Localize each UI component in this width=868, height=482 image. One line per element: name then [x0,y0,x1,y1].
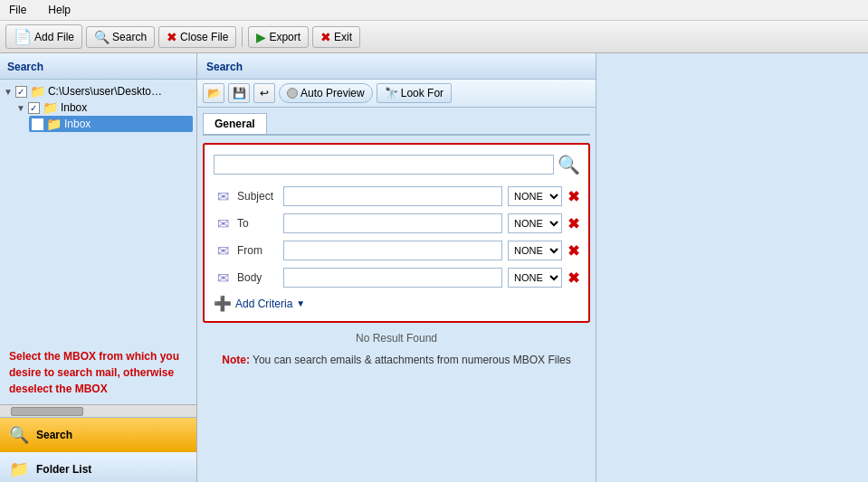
root-folder-icon: 📁 [30,84,45,99]
tree-inbox-parent-node[interactable]: ▼ ✓ 📁 Inbox [16,99,193,116]
inbox-child-folder-icon: 📁 [46,117,62,131]
toolbar: 📄 Add File 🔍 Search ✖ Close File ▶ Expor… [0,21,868,53]
from-icon: ✉ [214,241,232,260]
nav-search-icon: 🔍 [9,425,29,445]
subject-select[interactable]: NONE AND OR NOT [508,186,562,206]
left-panel-header: Search [0,53,196,80]
export-button[interactable]: ▶ Export [248,26,309,48]
tree-level-2: ✓ 📁 Inbox [16,116,193,132]
nav-folder-list-button[interactable]: 📁 Folder List [0,452,196,482]
nav-search-label: Search [36,429,72,441]
note-label: Note: [222,354,250,366]
subject-icon: ✉ [214,187,232,205]
export-icon: ▶ [256,30,266,44]
body-input[interactable] [283,268,502,288]
add-file-button[interactable]: 📄 Add File [5,24,82,49]
inbox-collapse-icon: ▼ [16,103,25,113]
from-delete-icon[interactable]: ✖ [568,242,579,260]
note-container: Note: You can search emails & attachment… [212,352,581,369]
tab-bar: General [203,113,590,136]
note-text: You can search emails & attachments from… [253,354,571,366]
search-panel: Search 📂 💾 ↩ Auto Preview 🔭 [197,53,596,482]
to-delete-icon[interactable]: ✖ [568,215,579,232]
save-button[interactable]: 💾 [228,83,250,103]
main-layout: Search ▼ ✓ 📁 C:\Users\user\Desktop\MB ▼ … [0,53,868,482]
search-panel-header: Search [197,53,596,80]
no-result-text: No Result Found [212,332,581,345]
search-fields-container: 🔍 ✉ Subject NONE AND OR NOT [203,143,590,323]
nav-folder-label: Folder List [36,463,91,476]
select-mbox-message: Select the MBOX from which you desire to… [0,341,196,404]
bottom-nav: 🔍 Search 📁 Folder List [0,417,196,482]
preview-panel [596,53,868,482]
close-file-label: Close File [180,31,228,43]
add-criteria-icon: ➕ [214,295,232,312]
h-scrollbar-thumb[interactable] [11,407,83,416]
menubar: File Help [0,0,868,21]
binoculars-icon: 🔭 [385,87,398,99]
menu-file[interactable]: File [4,2,32,18]
exit-label: Exit [334,31,352,43]
add-criteria-label: Add Criteria [235,298,292,310]
auto-preview-label: Auto Preview [300,87,365,99]
search-toolbar: 📂 💾 ↩ Auto Preview 🔭 Look For [197,80,596,108]
open-button[interactable]: 📂 [203,83,224,103]
add-file-label: Add File [34,31,74,43]
h-scrollbar[interactable] [0,404,196,417]
close-file-button[interactable]: ✖ Close File [158,26,236,48]
body-delete-icon[interactable]: ✖ [568,269,579,287]
search-icon: 🔍 [94,30,110,44]
add-criteria-button[interactable]: ➕ Add Criteria ▼ [214,295,579,312]
clear-button[interactable]: ↩ [253,83,275,103]
search-button[interactable]: 🔍 Search [86,26,155,48]
to-field-row: ✉ To NONE AND OR NOT ✖ [214,213,579,233]
search-label: Search [112,31,147,43]
inbox-parent-label: Inbox [61,101,87,114]
left-panel-title: Search [7,61,43,73]
to-select[interactable]: NONE AND OR NOT [508,213,562,233]
search-panel-title: Search [206,61,243,73]
body-label: Body [237,271,278,284]
nav-folder-icon: 📁 [9,459,29,479]
inbox-child-checkbox[interactable]: ✓ [32,118,43,130]
root-label: C:\Users\user\Desktop\MB [48,85,166,98]
tree-root-node[interactable]: ▼ ✓ 📁 C:\Users\user\Desktop\MB [4,83,193,99]
from-select[interactable]: NONE AND OR NOT [508,241,562,260]
search-lens-icon: 🔍 [558,154,580,175]
subject-delete-icon[interactable]: ✖ [568,188,579,205]
from-field-row: ✉ From NONE AND OR NOT ✖ [214,241,579,260]
body-select[interactable]: NONE AND OR NOT [508,268,562,288]
results-area: No Result Found Note: You can search ema… [203,323,590,378]
global-search-icon-button[interactable]: 🔍 [558,154,579,175]
tab-general-label: General [215,118,255,130]
body-icon: ✉ [214,269,232,287]
exit-button[interactable]: ✖ Exit [312,26,360,48]
file-tree: ▼ ✓ 📁 C:\Users\user\Desktop\MB ▼ ✓ 📁 Inb… [0,80,196,341]
nav-search-button[interactable]: 🔍 Search [0,418,196,452]
menu-help[interactable]: Help [43,2,76,18]
exit-icon: ✖ [320,30,331,44]
collapse-icon: ▼ [4,87,13,97]
look-for-label: Look For [401,87,444,99]
global-search-input[interactable] [214,155,554,175]
subject-input[interactable] [283,186,502,206]
export-label: Export [269,31,300,43]
auto-preview-button[interactable]: Auto Preview [279,83,373,103]
look-for-button[interactable]: 🔭 Look For [377,83,452,103]
close-icon: ✖ [167,30,177,44]
subject-field-row: ✉ Subject NONE AND OR NOT ✖ [214,186,579,206]
toolbar-separator [242,27,243,47]
tree-inbox-child-node[interactable]: ✓ 📁 Inbox [29,116,193,132]
inbox-parent-checkbox[interactable]: ✓ [28,102,40,114]
to-label: To [237,217,278,230]
message-text: Select the MBOX from which you desire to… [9,350,179,395]
to-input[interactable] [283,213,502,233]
add-file-icon: 📄 [14,28,32,45]
from-input[interactable] [283,241,502,260]
search-content: General 🔍 ✉ Subject [197,108,596,482]
root-checkbox[interactable]: ✓ [15,86,27,98]
to-icon: ✉ [214,214,232,232]
tab-general[interactable]: General [203,113,267,134]
add-criteria-dropdown-icon: ▼ [296,298,305,308]
body-field-row: ✉ Body NONE AND OR NOT ✖ [214,268,579,288]
